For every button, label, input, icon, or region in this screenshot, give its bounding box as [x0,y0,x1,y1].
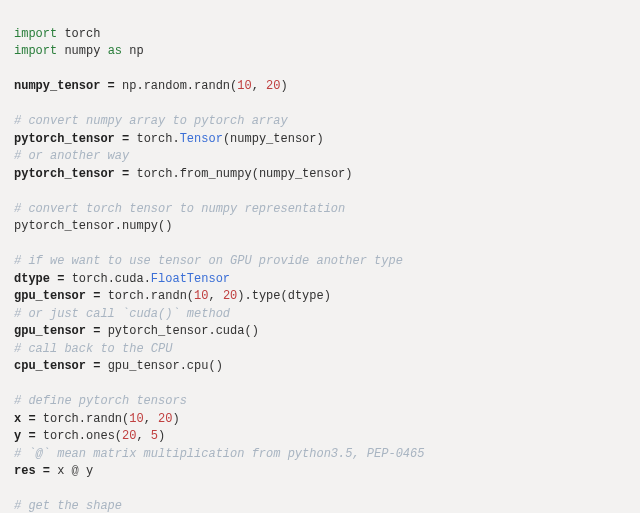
line-26: res = x @ y [14,464,93,478]
comment: # `@` mean matrix multiplication from py… [14,447,424,461]
module-numpy: numpy [64,44,100,58]
var-gpu-tensor: gpu_tensor [14,289,86,303]
var-cpu-tensor: cpu_tensor [14,359,86,373]
fn-randn: randn [86,412,122,426]
module-torch: torch [64,27,100,41]
fn-randn: randn [151,289,187,303]
fn-from-numpy: from_numpy [180,167,252,181]
num-5: 5 [151,429,158,443]
line-4: numpy_tensor = np.random.randn(10, 20) [14,79,288,93]
comment: # or another way [14,149,129,163]
fn-numpy: numpy [122,219,158,233]
line-16: gpu_tensor = torch.randn(10, 20).type(dt… [14,289,331,303]
var-gpu-tensor: gpu_tensor [14,324,86,338]
line-7: pytorch_tensor = torch.Tensor(numpy_tens… [14,132,324,146]
line-24: y = torch.ones(20, 5) [14,429,165,443]
class-tensor: Tensor [180,132,223,146]
keyword-as: as [108,44,122,58]
num-10: 10 [194,289,208,303]
line-2: import numpy as np [14,44,144,58]
num-20: 20 [266,79,280,93]
keyword-import: import [14,44,57,58]
comment: # convert torch tensor to numpy represen… [14,202,345,216]
var-dtype: dtype [14,272,50,286]
comment: # call back to the CPU [14,342,172,356]
var-res: res [14,464,36,478]
keyword-import: import [14,27,57,41]
fn-cpu: cpu [187,359,209,373]
line-9: pytorch_tensor = torch.from_numpy(numpy_… [14,167,353,181]
line-18: gpu_tensor = pytorch_tensor.cuda() [14,324,259,338]
line-15: dtype = torch.cuda.FloatTensor [14,272,230,286]
num-20: 20 [122,429,136,443]
fn-type: type [252,289,281,303]
code-block: import torch import numpy as np numpy_te… [0,0,640,513]
line-12: pytorch_tensor.numpy() [14,219,172,233]
comment: # convert numpy array to pytorch array [14,114,288,128]
num-20: 20 [158,412,172,426]
comment: # define pytorch tensors [14,394,187,408]
ns-np: np [122,79,136,93]
attr-random: random [144,79,187,93]
fn-randn: randn [194,79,230,93]
comment: # or just call `cuda()` method [14,307,230,321]
fn-cuda: cuda [216,324,245,338]
num-10: 10 [237,79,251,93]
line-20: cpu_tensor = gpu_tensor.cpu() [14,359,223,373]
equals: = [100,79,122,93]
alias-np: np [129,44,143,58]
num-20: 20 [223,289,237,303]
var-numpy-tensor: numpy_tensor [14,79,100,93]
var-pytorch-tensor: pytorch_tensor [14,167,115,181]
comment: # get the shape [14,499,122,513]
fn-ones: ones [86,429,115,443]
op-matmul: @ [64,464,86,478]
class-floattensor: FloatTensor [151,272,230,286]
num-10: 10 [129,412,143,426]
line-1: import torch [14,27,100,41]
comment: # if we want to use tensor on GPU provid… [14,254,403,268]
line-23: x = torch.randn(10, 20) [14,412,180,426]
var-pytorch-tensor: pytorch_tensor [14,132,115,146]
